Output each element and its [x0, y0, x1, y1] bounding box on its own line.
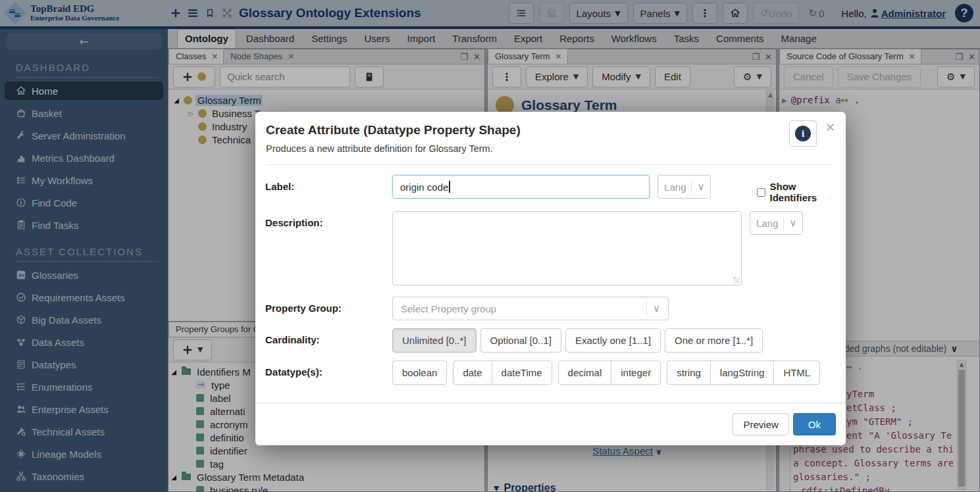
text-caret — [449, 181, 450, 193]
label-lang-select[interactable]: Lang∨ — [658, 175, 711, 199]
datatype-option-boolean[interactable]: boolean — [393, 361, 446, 384]
datatype-option-decimal[interactable]: decimal — [559, 361, 611, 384]
cardinality-option[interactable]: Unlimited [0..*] — [392, 328, 477, 353]
datatype-option-langstring[interactable]: langString — [710, 361, 774, 384]
property-group-select[interactable]: Select Property group ∨ — [392, 297, 669, 320]
cardinality-option[interactable]: One or more [1..*] — [665, 328, 763, 353]
close-icon[interactable]: ✕ — [825, 120, 835, 135]
app-root: TopBraid EDG Enterprise Data Governance … — [0, 0, 980, 492]
chevron-down-icon: ∨ — [789, 217, 796, 229]
label-field-label: Label: — [265, 175, 392, 203]
cardinality-label: Cardinality: — [265, 328, 392, 353]
datatypes-row: Datatype(s): booleandatedateTimedecimali… — [265, 360, 846, 385]
description-lang-select[interactable]: Lang∨ — [750, 211, 803, 235]
label-row: Label: origin code Lang∨ Show Identifier… — [265, 175, 846, 203]
datatype-group: decimalinteger — [558, 360, 661, 385]
chevron-down-icon: ∨ — [653, 303, 660, 314]
resize-grip[interactable] — [733, 277, 740, 283]
property-group-label: Property Group: — [265, 297, 392, 320]
label-input[interactable]: origin code — [392, 175, 650, 199]
description-textarea[interactable] — [392, 211, 742, 285]
preview-button[interactable]: Preview — [733, 413, 788, 435]
cardinality-option[interactable]: Optional [0..1] — [480, 328, 561, 353]
show-identifiers-checkbox[interactable] — [757, 188, 765, 197]
datatype-option-datetime[interactable]: dateTime — [492, 361, 552, 384]
cardinality-row: Cardinality: Unlimited [0..*]Optional [0… — [265, 328, 846, 353]
datatype-option-html[interactable]: HTML — [773, 361, 819, 384]
cardinality-option[interactable]: Exactly one [1..1] — [565, 328, 661, 353]
dialog-header: Create Attribute (Datatype Property Shap… — [255, 112, 846, 165]
create-attribute-dialog: Create Attribute (Datatype Property Shap… — [255, 112, 846, 445]
datatype-option-integer[interactable]: integer — [611, 361, 660, 384]
dialog-subtitle: Produces a new attribute definition for … — [266, 143, 833, 154]
info-icon: i — [795, 126, 811, 141]
description-field-label: Description: — [265, 211, 392, 285]
description-row: Description: Lang∨ — [265, 211, 846, 285]
datatype-group: boolean — [392, 360, 447, 385]
show-identifiers-label: Show Identifiers — [769, 181, 846, 203]
dialog-footer: Preview Ok — [255, 403, 846, 445]
dialog-body: Label: origin code Lang∨ Show Identifier… — [255, 165, 846, 385]
datatype-option-date[interactable]: date — [453, 361, 491, 384]
chevron-down-icon: ∨ — [697, 181, 704, 193]
dialog-title: Create Attribute (Datatype Property Shap… — [266, 123, 833, 137]
datatype-option-string[interactable]: string — [667, 361, 710, 384]
info-button[interactable]: i — [789, 120, 817, 147]
datatypes-label: Datatype(s): — [265, 360, 392, 385]
ok-button[interactable]: Ok — [793, 413, 836, 435]
datatype-group: stringlangStringHTML — [667, 360, 820, 385]
property-group-row: Property Group: Select Property group ∨ — [265, 297, 846, 320]
datatype-group: datedateTime — [453, 360, 552, 385]
show-identifiers-toggle[interactable]: Show Identifiers — [757, 175, 846, 203]
